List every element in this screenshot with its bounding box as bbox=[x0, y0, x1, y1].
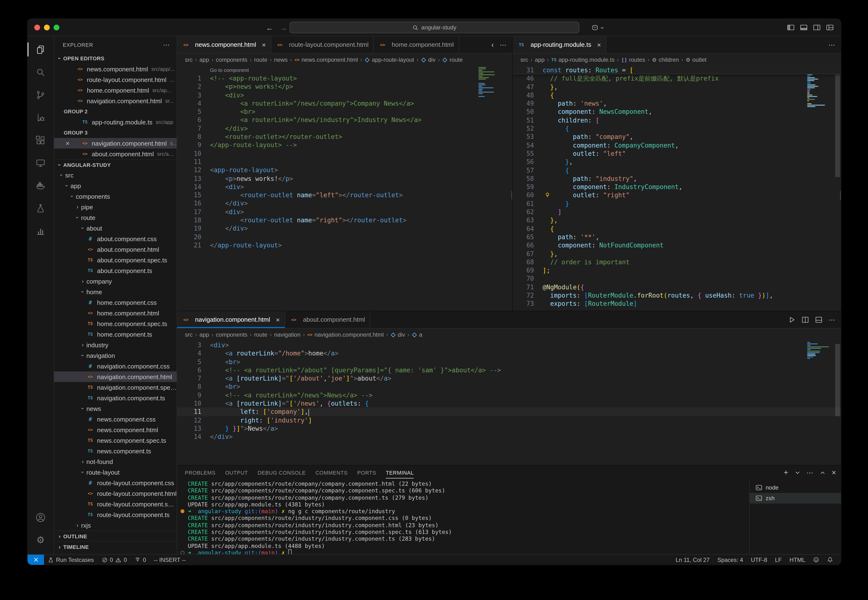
command-decoration-icon[interactable] bbox=[181, 509, 184, 513]
terminal-instance-zsh[interactable]: zsh bbox=[750, 493, 841, 503]
tab-about.component.html[interactable]: <>about.component.html bbox=[285, 311, 370, 328]
breadcrumb-item[interactable]: app bbox=[535, 56, 544, 63]
tab-news.component.html[interactable]: <>news.component.html× bbox=[177, 36, 271, 53]
activity-accounts[interactable] bbox=[27, 506, 53, 529]
breadcrumb-item[interactable]: ⚙children bbox=[652, 56, 679, 63]
layout-sidebar-right-icon[interactable] bbox=[813, 24, 821, 31]
breadcrumb-item[interactable]: ⚙outlet bbox=[686, 56, 707, 63]
status-indentation[interactable]: Spaces: 4 bbox=[713, 556, 747, 563]
remote-indicator[interactable] bbox=[27, 555, 44, 565]
tree-file-home.component.css[interactable]: #home.component.css bbox=[54, 297, 177, 308]
breadcrumb-item[interactable]: route bbox=[442, 56, 463, 63]
code-editor-g3[interactable]: 3<div>4 <a routerLink="/home">home</a>5 … bbox=[177, 341, 841, 465]
command-center-search[interactable]: angular-study bbox=[289, 22, 579, 33]
breadcrumb-item[interactable]: components bbox=[216, 331, 248, 338]
tree-folder-components[interactable]: ›components bbox=[54, 191, 177, 202]
activity-graph[interactable] bbox=[27, 220, 53, 242]
split-editor-icon[interactable] bbox=[801, 316, 809, 323]
tree-file-about.component.css[interactable]: #about.component.css bbox=[54, 233, 177, 244]
more-icon[interactable]: ⋯ bbox=[500, 41, 506, 48]
breadcrumb-item[interactable]: route bbox=[254, 56, 268, 63]
more-icon[interactable]: ⋯ bbox=[828, 316, 835, 323]
minimap[interactable] bbox=[479, 67, 505, 97]
chevron-up-icon[interactable] bbox=[819, 470, 825, 476]
chevron-left-icon[interactable]: ‹ bbox=[491, 41, 494, 48]
breadcrumb-item[interactable]: app-route-layout bbox=[365, 56, 414, 63]
open-editor-item[interactable]: ×<>navigation.component.htmlsr... bbox=[54, 138, 177, 148]
status-run-testcases[interactable]: Run Testcases bbox=[44, 555, 98, 565]
tree-file-route-layout.component.html[interactable]: <>route-layout.component.html bbox=[54, 488, 177, 499]
tree-file-about.component.spec.ts[interactable]: TSabout.component.spec.ts bbox=[54, 255, 177, 265]
panel-tab-problems[interactable]: PROBLEMS bbox=[185, 465, 216, 480]
tree-file-about.component.ts[interactable]: TSabout.component.ts bbox=[54, 265, 177, 276]
tree-folder-pipe[interactable]: ›pipe bbox=[54, 202, 177, 212]
close-icon[interactable]: × bbox=[832, 469, 836, 477]
panel-tab-comments[interactable]: COMMENTS bbox=[316, 465, 348, 480]
tree-folder-app[interactable]: ›app bbox=[54, 180, 177, 191]
activity-source-control[interactable] bbox=[27, 83, 53, 106]
tab-app-routing.module.ts[interactable]: TSapp-routing.module.ts× bbox=[513, 36, 607, 53]
panel-tab-terminal[interactable]: TERMINAL bbox=[386, 465, 414, 480]
status-vim-mode[interactable]: -- INSERT -- bbox=[150, 555, 190, 565]
minimap[interactable] bbox=[807, 342, 834, 359]
breadcrumb-item[interactable]: TSapp-routing.module.ts bbox=[551, 56, 614, 63]
activity-extensions[interactable] bbox=[27, 129, 53, 152]
forward-button[interactable]: → bbox=[280, 23, 287, 32]
activity-testing[interactable] bbox=[27, 197, 53, 220]
breadcrumb-item[interactable]: news bbox=[274, 56, 288, 63]
scrollbar[interactable] bbox=[834, 341, 841, 465]
breadcrumb-item[interactable]: components bbox=[216, 56, 248, 63]
tree-file-home.component.html[interactable]: <>home.component.html bbox=[54, 308, 177, 318]
chevron-down-icon[interactable] bbox=[794, 470, 800, 476]
tree-folder-route[interactable]: ›route bbox=[54, 212, 177, 223]
scrollbar[interactable] bbox=[834, 66, 841, 311]
tree-file-navigation.component.html[interactable]: <>navigation.component.html bbox=[54, 371, 177, 382]
tree-folder-about[interactable]: ›about bbox=[54, 223, 177, 233]
play-icon[interactable] bbox=[788, 316, 796, 323]
activity-run-debug[interactable] bbox=[27, 106, 53, 129]
tree-folder-home[interactable]: ›home bbox=[54, 286, 177, 297]
breadcrumb[interactable]: src›app›components›route›navigation›<>na… bbox=[177, 329, 841, 341]
breadcrumb[interactable]: src›app›components›route›news›<>news.com… bbox=[177, 53, 512, 66]
tab-home.component.html[interactable]: <>home.component.html bbox=[374, 36, 459, 53]
activity-settings[interactable]: ⚙ bbox=[27, 529, 53, 551]
scrollbar[interactable] bbox=[505, 66, 512, 311]
close-tab-icon[interactable]: × bbox=[276, 316, 280, 323]
codelens-link[interactable]: Go to component bbox=[177, 66, 512, 74]
panel-tab-output[interactable]: OUTPUT bbox=[225, 465, 248, 480]
open-editor-item[interactable]: <>news.component.htmlsrc/app/... bbox=[54, 64, 177, 74]
tree-folder-not-found[interactable]: ›not-found bbox=[54, 456, 177, 467]
layout-sidebar-left-icon[interactable] bbox=[787, 24, 795, 31]
tree-file-route-layout.component.spec.ts[interactable]: TSroute-layout.component.spec.ts bbox=[54, 499, 177, 509]
section-timeline[interactable]: ›TIMELINE bbox=[54, 541, 177, 552]
breadcrumb-item[interactable]: []routes bbox=[621, 56, 645, 63]
close-tab-icon[interactable]: × bbox=[262, 41, 266, 48]
section-outline[interactable]: ›OUTLINE bbox=[54, 530, 177, 541]
tree-file-news.component.html[interactable]: <>news.component.html bbox=[54, 424, 177, 435]
open-editor-item[interactable]: <>home.component.htmlsrc/ap... bbox=[54, 85, 177, 95]
breadcrumb-item[interactable]: src bbox=[185, 56, 193, 63]
tree-folder-navigation[interactable]: ›navigation bbox=[54, 350, 177, 361]
more-icon[interactable]: ⋯ bbox=[806, 469, 813, 476]
zoom-window-button[interactable] bbox=[53, 24, 59, 30]
minimize-window-button[interactable] bbox=[44, 24, 50, 30]
status-feedback[interactable] bbox=[809, 557, 823, 563]
tree-file-about.component.html[interactable]: <>about.component.html bbox=[54, 244, 177, 255]
tree-file-home.component.spec.ts[interactable]: TShome.component.spec.ts bbox=[54, 318, 177, 329]
tree-file-navigation.component.ts[interactable]: TSnavigation.component.ts bbox=[54, 392, 177, 403]
open-editor-item[interactable]: <>navigation.component.htmlsr... bbox=[54, 95, 177, 106]
layout-panel-icon[interactable] bbox=[800, 24, 808, 31]
tree-file-navigation.component.css[interactable]: #navigation.component.css bbox=[54, 361, 177, 371]
open-editor-item[interactable]: TSapp-routing.module.tssrc/app bbox=[54, 117, 177, 127]
terminal-instance-node[interactable]: node bbox=[750, 482, 841, 493]
open-editors-header[interactable]: ›OPEN EDITORS bbox=[54, 53, 177, 64]
breadcrumb-item[interactable]: div bbox=[421, 56, 436, 63]
lightbulb-icon[interactable] bbox=[544, 192, 550, 198]
activity-remote-explorer[interactable] bbox=[27, 152, 53, 174]
activity-search[interactable] bbox=[27, 61, 53, 83]
close-tab-icon[interactable]: × bbox=[597, 41, 601, 48]
layout-customize-icon[interactable] bbox=[826, 24, 834, 31]
panel-tab-ports[interactable]: PORTS bbox=[357, 465, 376, 480]
open-editor-item[interactable]: <>about.component.htmlsrc/app... bbox=[54, 148, 177, 159]
breadcrumb-item[interactable]: <>navigation.component.html bbox=[307, 331, 384, 338]
